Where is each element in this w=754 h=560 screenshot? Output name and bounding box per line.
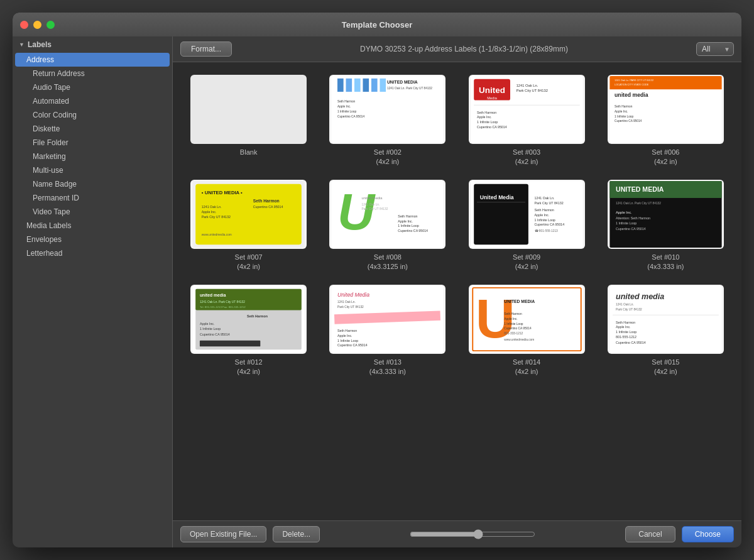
sidebar-labels-label: Labels [28, 40, 52, 49]
svg-text:Cupertino CA 95014: Cupertino CA 95014 [200, 332, 230, 336]
sidebar-item-marketing[interactable]: Marketing [13, 150, 172, 163]
template-preview-set007[interactable]: • UNITED MEDIA • Seth Harmon 1241 Oak Ln… [190, 180, 307, 249]
svg-text:Seth Harmon: Seth Harmon [615, 105, 633, 108]
arrow-icon: ▼ [19, 41, 25, 48]
delete-button[interactable]: Delete... [273, 526, 320, 542]
sidebar-item-diskette[interactable]: Diskette [13, 122, 172, 136]
svg-text:Park City UT 84132: Park City UT 84132 [534, 200, 563, 204]
minimize-button[interactable] [33, 21, 41, 29]
sidebar-item-media-labels[interactable]: Media Labels [13, 219, 172, 233]
template-set007[interactable]: • UNITED MEDIA • Seth Harmon 1241 Oak Ln… [185, 180, 312, 272]
template-preview-set014[interactable]: U UNITED MEDIA Seth Harmon Apple Inc. 1 … [469, 285, 585, 354]
svg-text:801-333-1212: 801-333-1212 [504, 332, 523, 335]
svg-text:www.unitedmedia.com: www.unitedmedia.com [504, 338, 534, 341]
svg-text:1 Infinite Loop: 1 Infinite Loop [616, 330, 637, 334]
template-preview-set009[interactable]: United Media 1241 Oak Ln. Park City UT 8… [469, 180, 585, 249]
template-set003[interactable]: United Media 1241 Oak Ln. Park City UT 8… [464, 75, 590, 167]
svg-text:LOCATION   CITY   STATE CODE: LOCATION CITY STATE CODE [615, 84, 649, 86]
svg-text:UNITED MEDIA: UNITED MEDIA [387, 80, 418, 84]
template-preview-set013[interactable]: United Media 1241 Oak Ln. Park City UT 8… [329, 285, 445, 354]
cancel-button[interactable]: Cancel [625, 526, 675, 542]
template-label-set014: Set #014 (4x2 in) [513, 358, 540, 377]
template-preview-set008[interactable]: U united media 1241 Oak Ln. Park City UT… [329, 180, 445, 249]
sidebar-item-video-tape[interactable]: Video Tape [13, 205, 172, 219]
sidebar: ▼ Labels Address Return Address Audio Ta… [13, 36, 173, 547]
svg-rect-53 [332, 233, 444, 248]
template-set002[interactable]: UNITED MEDIA 1241 Oak Ln. Park City UT 8… [324, 75, 451, 167]
sidebar-item-color-coding[interactable]: Color Coding [13, 108, 172, 122]
template-set009[interactable]: United Media 1241 Oak Ln. Park City UT 8… [464, 180, 590, 272]
svg-text:United Media: United Media [337, 292, 369, 298]
template-set015[interactable]: united media 1241 Oak Ln. Park City UT 8… [603, 285, 729, 377]
titlebar-buttons [20, 21, 55, 29]
svg-text:UNITED MEDIA: UNITED MEDIA [616, 185, 664, 193]
svg-text:Apple Inc.: Apple Inc. [616, 211, 632, 214]
sidebar-item-name-badge[interactable]: Name Badge [13, 177, 172, 191]
template-preview-set003[interactable]: United Media 1241 Oak Ln. Park City UT 8… [469, 75, 585, 144]
template-set006[interactable]: 1241 Oak Ln. PARK CITY UT 84132 LOCATION… [603, 75, 729, 167]
template-set013[interactable]: United Media 1241 Oak Ln. Park City UT 8… [324, 285, 451, 377]
svg-rect-0 [192, 76, 304, 143]
maximize-button[interactable] [46, 21, 55, 29]
close-button[interactable] [20, 21, 28, 29]
svg-text:1 Infinite Loop: 1 Infinite Loop [200, 327, 221, 331]
svg-text:Cupertino CA 95014: Cupertino CA 95014 [337, 343, 368, 347]
svg-text:Apple Inc.: Apple Inc. [337, 334, 352, 338]
svg-text:Apple Inc.: Apple Inc. [337, 105, 351, 108]
template-preview-set010[interactable]: UNITED MEDIA 1241 Oak Ln. Park City UT 8… [608, 180, 724, 249]
template-blank[interactable]: Blank [185, 75, 312, 167]
template-set012[interactable]: united media 1241 Oak Ln. Park City UT 8… [185, 285, 312, 377]
svg-text:1 Infinite Loop: 1 Infinite Loop [534, 217, 555, 221]
toolbar: Format... DYMO 30253 2-up Address Labels… [173, 36, 741, 62]
template-set010[interactable]: UNITED MEDIA 1241 Oak Ln. Park City UT 8… [603, 180, 729, 272]
template-label-set006: Set #006 (4x2 in) [652, 148, 679, 167]
svg-text:Park City UT 84132: Park City UT 84132 [616, 307, 642, 310]
sidebar-item-audio-tape[interactable]: Audio Tape [13, 80, 172, 94]
sidebar-item-automated[interactable]: Automated [13, 94, 172, 108]
svg-text:Cupertino CA 95014: Cupertino CA 95014 [398, 229, 429, 233]
sidebar-item-multi-use[interactable]: Multi-use [13, 163, 172, 177]
svg-text:Seth Harmon: Seth Harmon [337, 329, 357, 332]
format-button[interactable]: Format... [180, 41, 232, 57]
choose-button[interactable]: Choose [682, 526, 734, 542]
svg-rect-8 [380, 79, 386, 92]
svg-text:Apple Inc.: Apple Inc. [200, 321, 215, 325]
sidebar-item-letterhead[interactable]: Letterhead [13, 246, 172, 260]
svg-text:Cupertino CA 95014: Cupertino CA 95014 [477, 125, 507, 129]
svg-text:1241 Oak Ln. PARK CITY UT 8413: 1241 Oak Ln. PARK CITY UT 84132 [615, 79, 653, 82]
svg-text:1 Infinite Loop: 1 Infinite Loop [337, 338, 358, 342]
svg-text:1241 Oak Ln. Park City UT 8413: 1241 Oak Ln. Park City UT 84132 [387, 87, 432, 90]
svg-text:1 Infinite Loop: 1 Infinite Loop [504, 322, 523, 325]
filter-select[interactable]: All 4x2 4x3 [696, 42, 734, 56]
template-preview-set002[interactable]: UNITED MEDIA 1241 Oak Ln. Park City UT 8… [329, 75, 445, 144]
sidebar-item-permanent-id[interactable]: Permanent ID [13, 191, 172, 205]
svg-text:Apple Inc.: Apple Inc. [202, 210, 217, 214]
template-label-set013: Set #013 (4x3.333 in) [369, 358, 406, 377]
svg-text:1241 Oak Ln.: 1241 Oak Ln. [534, 196, 554, 200]
main-window: Template Chooser ▼ Labels Address Return… [13, 13, 741, 547]
template-preview-set015[interactable]: united media 1241 Oak Ln. Park City UT 8… [608, 285, 724, 354]
svg-text:Seth Harmon: Seth Harmon [534, 208, 554, 212]
svg-text:1 Infinite Loop: 1 Infinite Loop [477, 120, 498, 124]
template-set008[interactable]: U united media 1241 Oak Ln. Park City UT… [324, 180, 451, 272]
open-existing-button[interactable]: Open Existing File... [180, 526, 266, 542]
svg-text:1 Infinite Loop: 1 Infinite Loop [398, 224, 419, 228]
size-slider[interactable] [410, 529, 535, 539]
svg-text:Seth Harmon: Seth Harmon [253, 199, 280, 203]
sidebar-item-envelopes[interactable]: Envelopes [13, 233, 172, 246]
svg-text:Park City UT 84132: Park City UT 84132 [337, 305, 364, 308]
template-preview-blank[interactable] [190, 75, 307, 144]
template-set014[interactable]: U UNITED MEDIA Seth Harmon Apple Inc. 1 … [464, 285, 590, 377]
template-label-set002: Set #002 (4x2 in) [374, 148, 402, 167]
svg-text:1 Infinite Loop: 1 Infinite Loop [616, 221, 637, 225]
svg-text:Apple Inc.: Apple Inc. [534, 213, 549, 217]
sidebar-item-file-folder[interactable]: File Folder [13, 136, 172, 150]
template-preview-set012[interactable]: united media 1241 Oak Ln. Park City UT 8… [190, 285, 307, 354]
sidebar-labels-header[interactable]: ▼ Labels [13, 36, 172, 53]
svg-text:Seth Harmon: Seth Harmon [247, 314, 268, 318]
svg-text:Cupertino CA 95014: Cupertino CA 95014 [253, 205, 283, 209]
sidebar-item-return-address[interactable]: Return Address [13, 67, 172, 80]
sidebar-item-address[interactable]: Address [15, 53, 170, 67]
template-preview-set006[interactable]: 1241 Oak Ln. PARK CITY UT 84132 LOCATION… [608, 75, 724, 144]
template-label-set007: Set #007 (4x2 in) [235, 253, 263, 272]
